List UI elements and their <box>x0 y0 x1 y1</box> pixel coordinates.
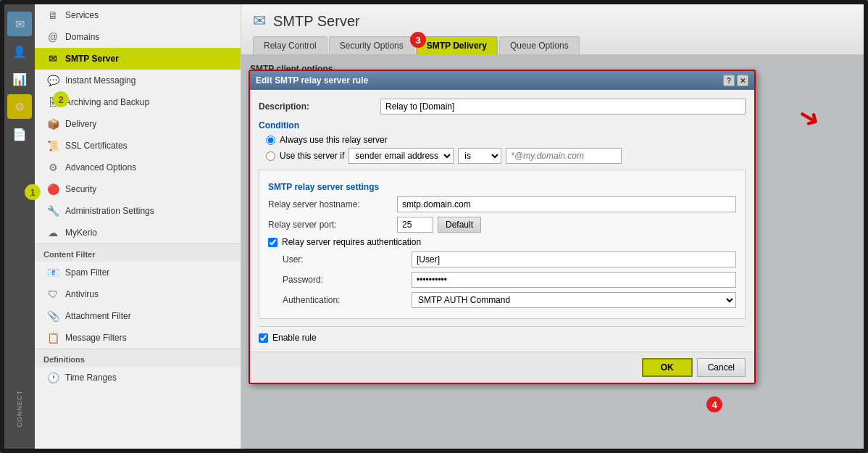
hostname-row: Relay server hostname: <box>268 196 736 212</box>
time-ranges-icon: 🕐 <box>46 372 59 383</box>
tab-smtp-delivery[interactable]: SMTP Delivery <box>416 36 498 54</box>
port-label: Relay server port: <box>268 220 391 230</box>
badge-2: 2 <box>53 91 69 107</box>
user-row: User: <box>283 252 736 267</box>
antivirus-icon: 🛡 <box>46 288 59 300</box>
always-radio-row: Always use this relay server <box>266 135 746 145</box>
arrow-indicator: ➜ <box>798 102 820 133</box>
message-filters-icon: 📋 <box>46 332 59 344</box>
security-icon: 🔴 <box>46 183 59 195</box>
hostname-input[interactable] <box>397 196 736 212</box>
condition-row: Use this server if sender email address … <box>266 148 746 164</box>
close-button[interactable]: ✕ <box>737 75 748 86</box>
password-row: Password: <box>283 272 736 288</box>
dialog-overlay: Edit SMTP relay server rule ? ✕ Descript… <box>241 55 864 449</box>
tab-queue-options[interactable]: Queue Options <box>499 36 580 54</box>
nav-item-services[interactable]: 🖥 Services <box>35 4 241 26</box>
domains-icon: @ <box>46 31 59 43</box>
password-label: Password: <box>283 275 406 285</box>
dialog-titlebar-buttons: ? ✕ <box>723 75 748 86</box>
badge-4: 4 <box>706 396 722 412</box>
ok-button[interactable]: OK <box>642 358 693 377</box>
server-settings-title: SMTP relay server settings <box>268 182 736 192</box>
nav-item-attachment[interactable]: 📎 Attachment Filter <box>35 305 241 327</box>
dialog-body: Description: Condition Always use this r… <box>250 90 754 352</box>
default-button[interactable]: Default <box>438 217 481 233</box>
tab-relay-control[interactable]: Relay Control <box>253 36 327 54</box>
icon-sidebar: ✉ 👤 📊 ⚙ 📄 Connect <box>4 4 35 449</box>
main-content: ✉ SMTP Server Relay Control Security Opt… <box>241 4 864 449</box>
user-label: User: <box>283 254 406 265</box>
nav-item-antivirus[interactable]: 🛡 Antivirus <box>35 283 241 305</box>
auth-checkbox-row: Relay server requires authentication <box>268 237 736 247</box>
port-row: Relay server port: Default <box>268 217 736 233</box>
condition-title: Condition <box>259 120 746 130</box>
spam-icon: 📧 <box>46 267 59 278</box>
icon-email[interactable]: ✉ <box>7 12 32 36</box>
attachment-icon: 📎 <box>46 310 59 322</box>
port-input-group: Default <box>397 217 481 233</box>
description-label: Description: <box>259 101 375 112</box>
ssl-icon: 📜 <box>46 140 59 151</box>
nav-item-advanced[interactable]: ⚙ Advanced Options <box>35 157 241 178</box>
icon-chart[interactable]: 📊 <box>7 67 32 91</box>
dialog-footer: OK Cancel <box>250 352 754 383</box>
mykerio-icon: ☁ <box>46 227 59 238</box>
nav-item-admin[interactable]: 🔧 Administration Settings <box>35 200 241 222</box>
nav-item-mykerio[interactable]: ☁ MyKerio <box>35 222 241 244</box>
nav-sidebar: 🖥 Services @ Domains ✉ SMTP Server 💬 Ins… <box>35 4 241 449</box>
admin-icon: 🔧 <box>46 205 59 217</box>
condition-select-2[interactable]: is <box>458 148 501 164</box>
nav-item-spam[interactable]: 📧 Spam Filter <box>35 262 241 283</box>
password-input[interactable] <box>412 272 736 288</box>
hostname-label: Relay server hostname: <box>268 199 391 209</box>
nav-item-im[interactable]: 💬 Instant Messaging <box>35 70 241 91</box>
auth-checkbox-label: Relay server requires authentication <box>282 237 421 247</box>
edit-dialog: Edit SMTP relay server rule ? ✕ Descript… <box>249 70 756 384</box>
tabs-row: Relay Control Security Options SMTP Deli… <box>253 36 852 54</box>
enable-checkbox[interactable] <box>259 333 268 343</box>
tab-security-options[interactable]: Security Options <box>329 36 414 54</box>
auth-select[interactable]: SMTP AUTH Command <box>412 292 736 308</box>
content-filter-section: Content Filter <box>35 244 241 262</box>
auth-type-label: Authentication: <box>283 295 406 305</box>
enable-row: Enable rule <box>259 326 746 343</box>
nav-item-delivery[interactable]: 📦 Delivery <box>35 113 241 135</box>
auth-checkbox[interactable] <box>268 238 277 247</box>
description-row: Description: <box>259 99 746 115</box>
page-header: ✉ SMTP Server Relay Control Security Opt… <box>241 4 864 55</box>
nav-item-security[interactable]: 🔴 Security <box>35 178 241 200</box>
enable-label: Enable rule <box>272 333 317 343</box>
use-if-label: Use this server if <box>280 151 344 161</box>
use-if-radio[interactable] <box>266 151 275 161</box>
condition-select-1[interactable]: sender email address <box>349 148 454 164</box>
badge-1: 1 <box>25 184 41 200</box>
nav-item-message-filters[interactable]: 📋 Message Filters <box>35 327 241 349</box>
badge-3: 3 <box>410 32 426 48</box>
services-icon: 🖥 <box>46 9 59 21</box>
icon-settings-active[interactable]: ⚙ <box>7 94 32 119</box>
page-title: SMTP Server <box>273 13 360 30</box>
auth-type-row: Authentication: SMTP AUTH Command <box>283 292 736 308</box>
cancel-button[interactable]: Cancel <box>697 358 746 377</box>
help-button[interactable]: ? <box>723 75 735 86</box>
port-input[interactable] <box>397 217 433 233</box>
icon-doc[interactable]: 📄 <box>7 122 32 146</box>
nav-item-domains[interactable]: @ Domains <box>35 26 241 48</box>
page-title-icon: ✉ <box>253 12 266 30</box>
content-area: SMTP client options Edit SMTP relay serv… <box>241 55 864 449</box>
definitions-section: Definitions <box>35 349 241 367</box>
dialog-titlebar: Edit SMTP relay server rule ? ✕ <box>250 71 754 90</box>
page-title-row: ✉ SMTP Server <box>253 12 852 30</box>
condition-value-input[interactable] <box>506 148 622 164</box>
server-settings-section: SMTP relay server settings Relay server … <box>259 170 746 319</box>
always-radio[interactable] <box>266 136 275 145</box>
description-input[interactable] <box>380 99 746 115</box>
connect-label: Connect <box>4 390 35 428</box>
icon-people[interactable]: 👤 <box>7 39 32 64</box>
delivery-icon: 📦 <box>46 118 59 130</box>
nav-item-ssl[interactable]: 📜 SSL Certificates <box>35 135 241 157</box>
nav-item-time-ranges[interactable]: 🕐 Time Ranges <box>35 367 241 388</box>
nav-item-smtp[interactable]: ✉ SMTP Server <box>35 48 241 70</box>
user-input[interactable] <box>412 252 736 267</box>
